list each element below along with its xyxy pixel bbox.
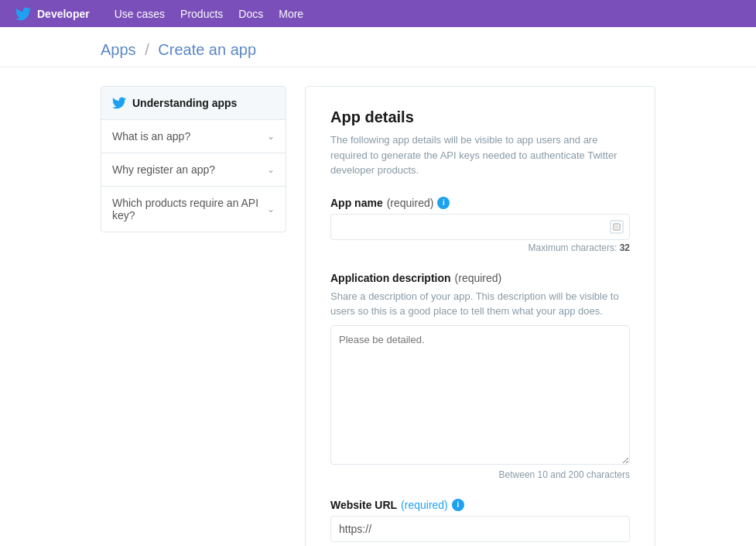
website-url-label: Website URL (required) i (330, 499, 630, 511)
app-desc-textarea[interactable] (330, 325, 630, 465)
sidebar-item-label: What is an app? (112, 130, 190, 143)
sidebar-twitter-icon (112, 96, 126, 110)
sidebar-item-label: Why register an app? (112, 163, 215, 176)
breadcrumb: Apps / Create an app (101, 41, 655, 59)
nav-link-docs[interactable]: Docs (238, 8, 263, 20)
nav-logo-text: Developer (37, 8, 90, 20)
char-count-icon (610, 220, 624, 234)
website-url-required: (required) (401, 499, 448, 511)
breadcrumb-current: Create an app (158, 41, 256, 58)
app-name-input-wrap (330, 214, 630, 240)
sidebar-item-why-register[interactable]: Why register an app? ⌄ (101, 153, 286, 187)
chevron-down-icon: ⌄ (267, 131, 275, 142)
chevron-down-icon: ⌄ (267, 164, 275, 175)
nav-link-use-cases[interactable]: Use cases (115, 8, 165, 20)
app-name-input[interactable] (330, 214, 630, 240)
breadcrumb-separator: / (145, 41, 149, 58)
nav-links: Use cases Products Docs More (115, 8, 303, 20)
chevron-down-icon: ⌄ (267, 204, 275, 215)
app-desc-meta: Between 10 and 200 characters (330, 469, 630, 480)
main-content: Understanding apps What is an app? ⌄ Why… (0, 67, 756, 546)
sidebar-header: Understanding apps (101, 87, 286, 120)
app-name-char-meta: Maximum characters: 32 (330, 242, 630, 253)
nav-logo[interactable]: Developer (15, 6, 90, 22)
nav-link-products[interactable]: Products (180, 8, 223, 20)
app-name-info-icon[interactable]: i (437, 197, 450, 209)
breadcrumb-area: Apps / Create an app (0, 27, 756, 67)
char-limit-icon (613, 223, 621, 231)
form-title: App details (330, 108, 630, 126)
app-name-label: App name (required) i (330, 197, 630, 209)
sidebar-item-what-is-app[interactable]: What is an app? ⌄ (101, 120, 286, 153)
sidebar: Understanding apps What is an app? ⌄ Why… (101, 86, 286, 232)
website-url-field-group: Website URL (required) i (330, 499, 630, 542)
max-chars-count: 32 (620, 242, 630, 253)
app-name-field-group: App name (required) i Maximum characters… (330, 197, 630, 253)
app-desc-hint: Share a description of your app. This de… (330, 289, 630, 319)
website-url-input-wrapper (330, 516, 630, 542)
nav-link-more[interactable]: More (279, 8, 303, 20)
breadcrumb-parent[interactable]: Apps (101, 41, 136, 58)
sidebar-header-text: Understanding apps (132, 97, 237, 109)
form-panel: App details The following app details wi… (305, 86, 655, 546)
nav-bar: Developer Use cases Products Docs More (0, 0, 756, 27)
app-desc-label: Application description (required) (330, 272, 630, 284)
app-desc-required: (required) (455, 272, 502, 284)
form-subtitle: The following app details will be visibl… (330, 132, 630, 178)
website-url-info-icon[interactable]: i (452, 499, 464, 511)
svg-rect-0 (614, 224, 620, 230)
website-url-input[interactable] (330, 516, 630, 542)
app-desc-field-group: Application description (required) Share… (330, 272, 630, 480)
app-name-required: (required) (387, 197, 434, 209)
twitter-bird-icon (15, 6, 31, 22)
sidebar-item-label: Which products require an API key? (112, 197, 267, 221)
sidebar-item-which-products[interactable]: Which products require an API key? ⌄ (101, 187, 286, 232)
